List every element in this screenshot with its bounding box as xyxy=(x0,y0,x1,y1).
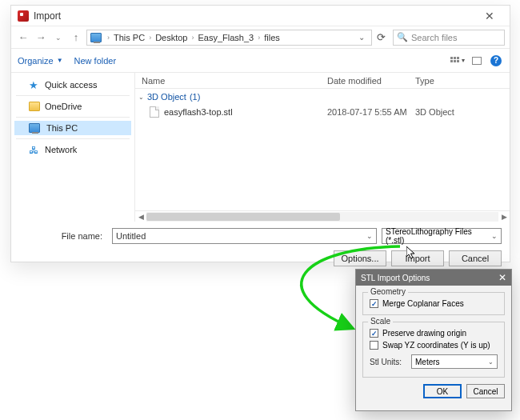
chevron-down-icon: ▼ xyxy=(57,57,63,64)
file-group-header[interactable]: ⌄ 3D Object (1) xyxy=(135,89,510,105)
grid-view-icon xyxy=(450,57,460,65)
chevron-right-icon: › xyxy=(148,34,152,42)
checkbox-icon xyxy=(370,329,378,338)
nav-up-button[interactable]: ↑ xyxy=(69,31,83,43)
tree-item-network[interactable]: 🖧 Network xyxy=(14,142,131,157)
options-button[interactable]: Options... xyxy=(334,250,386,266)
pc-icon xyxy=(90,33,102,42)
search-input[interactable]: 🔍 Search files xyxy=(393,30,505,46)
geometry-legend: Geometry xyxy=(368,287,408,296)
close-button[interactable]: ✕ xyxy=(476,8,503,24)
file-icon xyxy=(150,106,159,118)
help-icon: ? xyxy=(490,55,502,66)
separator xyxy=(16,95,130,96)
import-button[interactable]: Import xyxy=(391,250,444,266)
file-name-value: Untitled xyxy=(116,231,146,241)
breadcrumb-item[interactable]: files xyxy=(264,33,280,42)
ok-button[interactable]: OK xyxy=(423,384,462,398)
breadcrumb[interactable]: › This PC › Desktop › Easy_Flash_3 › fil… xyxy=(86,30,372,46)
scroll-left-icon[interactable]: ◀ xyxy=(135,212,146,222)
nav-back-button[interactable]: ← xyxy=(16,31,30,43)
file-name: easyflash3-top.stl xyxy=(164,107,233,117)
units-value: Meters xyxy=(415,358,440,366)
file-type-filter[interactable]: STereoLithography Files (*.stl) ⌄ xyxy=(382,228,502,244)
preserve-origin-label: Preserve drawing origin xyxy=(382,329,466,338)
cancel-button[interactable]: Cancel xyxy=(449,250,502,266)
app-icon xyxy=(18,10,29,22)
chevron-down-icon: ⌄ xyxy=(366,232,373,240)
window-title: Import xyxy=(34,10,476,22)
tree-item-this-pc[interactable]: This PC xyxy=(14,121,131,135)
col-name-header[interactable]: Name xyxy=(135,76,327,86)
separator xyxy=(16,138,130,139)
checkbox-icon xyxy=(370,341,378,350)
tree-item-quick-access[interactable]: ★ Quick access xyxy=(14,78,131,92)
stl-title: STL Import Options xyxy=(361,274,430,282)
tree-label: This PC xyxy=(46,123,78,133)
file-date: 2018-07-17 5:55 AM xyxy=(327,107,415,117)
merge-coplanar-checkbox[interactable]: Merge Coplanar Faces xyxy=(370,298,498,310)
tree-item-onedrive[interactable]: OneDrive xyxy=(14,99,131,114)
stl-buttons: OK Cancel xyxy=(356,381,511,403)
scale-legend: Scale xyxy=(368,317,393,326)
preview-pane-button[interactable] xyxy=(470,54,484,68)
nav-recent-drop[interactable]: ⌄ xyxy=(51,34,66,42)
col-date-header[interactable]: Date modified xyxy=(327,76,415,86)
col-type-header[interactable]: Type xyxy=(415,76,510,86)
breadcrumb-item[interactable]: Desktop xyxy=(155,33,187,42)
nav-tree: ★ Quick access OneDrive This PC 🖧 Networ… xyxy=(11,73,135,222)
breadcrumb-item[interactable]: Easy_Flash_3 xyxy=(198,33,254,42)
chevron-down-icon: ⌄ xyxy=(138,94,144,101)
nav-bar: ← → ⌄ ↑ › This PC › Desktop › Easy_Flash… xyxy=(11,26,510,49)
close-button[interactable]: ✕ xyxy=(498,272,506,283)
chevron-down-icon: ▾ xyxy=(462,57,465,64)
stl-options-dialog: STL Import Options ✕ Geometry Merge Copl… xyxy=(355,269,512,411)
tree-label: OneDrive xyxy=(45,102,82,111)
file-row[interactable]: easyflash3-top.stl 2018-07-17 5:55 AM 3D… xyxy=(135,105,510,119)
import-dialog: Import ✕ ← → ⌄ ↑ › This PC › Desktop › E… xyxy=(10,5,510,262)
swap-yz-label: Swap YZ coordinates (Y is up) xyxy=(382,341,490,350)
help-button[interactable]: ? xyxy=(489,54,503,68)
tree-label: Network xyxy=(45,145,77,154)
file-type: 3D Object xyxy=(415,107,510,117)
swap-yz-checkbox[interactable]: Swap YZ coordinates (Y is up) xyxy=(370,339,498,351)
scroll-track[interactable] xyxy=(146,212,498,222)
network-icon: 🖧 xyxy=(29,145,40,154)
search-placeholder: Search files xyxy=(411,33,457,42)
chevron-right-icon: › xyxy=(106,34,110,42)
nav-forward-button[interactable]: → xyxy=(34,31,48,43)
geometry-group: Geometry Merge Coplanar Faces xyxy=(362,292,505,315)
file-name-input[interactable]: Untitled ⌄ xyxy=(112,228,377,244)
view-mode-button[interactable]: ▾ xyxy=(450,57,465,65)
refresh-button[interactable]: ⟳ xyxy=(372,31,390,43)
dialog-body: ★ Quick access OneDrive This PC 🖧 Networ… xyxy=(11,73,510,222)
chevron-down-icon: ⌄ xyxy=(488,358,494,366)
breadcrumb-item[interactable]: This PC xyxy=(114,33,145,42)
file-list: Name Date modified Type ⌄ 3D Object (1) … xyxy=(135,73,510,222)
breadcrumb-drop[interactable]: ⌄ xyxy=(355,33,368,42)
chevron-right-icon: › xyxy=(257,34,261,42)
preview-icon xyxy=(472,57,482,65)
scroll-right-icon[interactable]: ▶ xyxy=(498,212,510,222)
new-folder-button[interactable]: New folder xyxy=(74,56,117,66)
preserve-origin-checkbox[interactable]: Preserve drawing origin xyxy=(370,327,498,339)
group-count: (1) xyxy=(190,92,200,102)
units-row: Stl Units: Meters ⌄ xyxy=(370,351,498,372)
cancel-button[interactable]: Cancel xyxy=(466,384,505,398)
file-name-label: File name: xyxy=(19,231,107,241)
toolbar: Organize ▼ New folder ▾ ? xyxy=(11,49,510,73)
star-icon: ★ xyxy=(29,80,40,90)
horizontal-scrollbar[interactable]: ◀ ▶ xyxy=(135,210,510,222)
units-label: Stl Units: xyxy=(370,358,406,366)
titlebar: Import ✕ xyxy=(11,6,510,26)
group-label: 3D Object xyxy=(147,92,186,102)
pc-icon xyxy=(29,123,40,133)
organize-menu[interactable]: Organize ▼ xyxy=(18,56,63,66)
units-select[interactable]: Meters ⌄ xyxy=(411,354,498,369)
scroll-thumb[interactable] xyxy=(146,213,340,221)
folder-icon xyxy=(29,102,40,111)
nav-arrows: ← → ⌄ ↑ xyxy=(16,31,83,43)
column-headers: Name Date modified Type xyxy=(135,73,510,89)
merge-coplanar-label: Merge Coplanar Faces xyxy=(382,299,464,308)
separator xyxy=(16,117,130,118)
